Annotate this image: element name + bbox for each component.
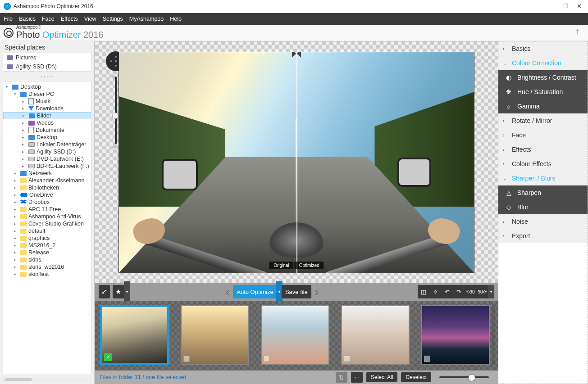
panel-subitem[interactable]: ☼Gamma (498, 99, 588, 113)
tree-item[interactable]: ▸Agility-SSD (D:) (3, 148, 91, 155)
tree-item[interactable]: ▸Cover Studio Grafiken (3, 220, 91, 227)
caret-icon[interactable]: ▸ (23, 113, 27, 118)
caret-icon[interactable]: ▸ (22, 149, 27, 154)
caret-icon[interactable]: ▸ (14, 193, 18, 197)
tree-item[interactable]: ▸Musik (3, 98, 91, 105)
tree-item[interactable]: ▸Alexander Kisselmann (3, 177, 91, 184)
compare-handle-icon[interactable] (292, 52, 301, 58)
panel-subitem[interactable]: △Sharpen (498, 185, 588, 200)
checkbox-icon[interactable] (183, 356, 190, 362)
tree-item[interactable]: ▸Netzwerk (3, 170, 91, 177)
photo-preview[interactable]: Original Optimized (119, 52, 474, 273)
menu-myashampoo[interactable]: MyAshampoo (129, 16, 164, 22)
tree-item[interactable]: ▸graphics (3, 235, 91, 242)
horizontal-scrollbar[interactable] (3, 377, 91, 382)
panel-section[interactable]: ›Basics (498, 41, 588, 56)
close-button[interactable]: ✕ (577, 3, 582, 10)
quick-tools-dropdown-icon[interactable]: ▾ (488, 285, 494, 298)
filmstrip-scrollbar[interactable] (492, 306, 495, 365)
panel-section[interactable]: ›Effects (498, 142, 588, 157)
undo-icon[interactable]: ↶ (441, 289, 453, 295)
sort-asc-button[interactable]: ⇅ (336, 372, 347, 383)
caret-icon[interactable]: ▸ (22, 128, 27, 132)
deselect-button[interactable]: Deselect (401, 372, 431, 382)
checkbox-icon[interactable] (264, 356, 270, 362)
panel-section[interactable]: ›Export (498, 229, 588, 243)
zoom-slider-thumb[interactable] (112, 113, 119, 119)
tree-item[interactable]: ▸Videos (3, 119, 91, 126)
caret-icon[interactable]: ▾ (14, 92, 18, 96)
fullscreen-button[interactable]: ⤢ (99, 285, 110, 298)
panel-section[interactable]: ⌄Colour Correction (498, 56, 588, 70)
menu-effects[interactable]: Effects (61, 16, 78, 22)
caret-icon[interactable]: ▸ (22, 106, 27, 111)
thumb-zoom-slider[interactable] (439, 376, 489, 378)
caret-icon[interactable]: ▸ (14, 221, 18, 226)
tree-item[interactable]: ▸Lokaler Datenträger (3, 141, 91, 148)
tree-item[interactable]: ▸Desktop (3, 134, 91, 141)
rotate-right-icon[interactable]: 90⟳ (476, 289, 488, 294)
caret-icon[interactable]: ▸ (14, 250, 18, 255)
thumbnail[interactable] (341, 305, 410, 365)
menu-file[interactable]: File (4, 16, 13, 22)
panel-section[interactable]: ›Rotate / Mirror (498, 113, 588, 128)
menu-view[interactable]: View (84, 16, 96, 22)
menu-help[interactable]: Help (170, 16, 182, 22)
tree-item[interactable]: ▸MS2016_2 (3, 242, 91, 249)
maximize-button[interactable]: ☐ (563, 3, 569, 10)
caret-icon[interactable]: ▸ (14, 171, 18, 176)
panel-section[interactable]: ›Noise (498, 214, 588, 229)
tree-item[interactable]: ▸BD-RE-Laufwerk (F:) (3, 163, 91, 170)
next-image-button[interactable]: › (314, 285, 320, 299)
select-all-button[interactable]: Select All (366, 372, 397, 382)
caret-icon[interactable]: ▸ (14, 200, 18, 204)
panel-section[interactable]: ›Colour Effects (498, 157, 588, 171)
zoom-slider-rail[interactable] (115, 77, 117, 144)
panel-subitem[interactable]: ◇Blur (498, 200, 588, 214)
tree-item[interactable]: ▸skins (3, 256, 91, 263)
caret-icon[interactable]: ▸ (14, 272, 18, 276)
caret-icon[interactable]: ▸ (22, 99, 27, 104)
zoom-out-icon[interactable]: – (113, 143, 117, 150)
checkbox-icon[interactable] (424, 356, 430, 362)
folder-tree[interactable]: ▾Desktop▾Dieser PC▸Musik▸Downloads▸Bilde… (3, 81, 91, 375)
place-item[interactable]: Agility-SSD (D:\) (3, 62, 91, 71)
caret-icon[interactable]: ▸ (14, 214, 18, 219)
tree-item[interactable]: ▾Desktop (3, 83, 91, 90)
caret-icon[interactable]: ▸ (22, 157, 27, 161)
tree-item[interactable]: ▸skinTest (3, 271, 91, 278)
place-item[interactable]: Pictures (3, 53, 91, 62)
share-icon[interactable]: ⤴ (575, 28, 579, 37)
tree-item[interactable]: ▸default (3, 227, 91, 235)
thumbnail[interactable] (261, 305, 329, 365)
crop-icon[interactable]: ◫ (418, 289, 429, 295)
menu-basics[interactable]: Basics (19, 16, 36, 22)
favorite-dropdown-icon[interactable]: ▾ (124, 281, 130, 302)
prev-image-button[interactable]: ‹ (225, 285, 231, 299)
checkbox-icon[interactable] (344, 356, 350, 362)
tree-item[interactable]: ▸Ashampoo Anti-Virus (3, 213, 91, 220)
wand-icon[interactable]: ✧ (429, 289, 441, 295)
tree-item[interactable]: ▸DVD-Laufwerk (E:) (3, 155, 91, 163)
caret-icon[interactable]: ▾ (6, 85, 10, 89)
tree-item[interactable]: ▸Dropbox (3, 199, 91, 206)
panel-section[interactable]: ⌄Sharpen / Blurs (498, 171, 588, 185)
caret-icon[interactable]: ▸ (22, 142, 27, 147)
save-file-button[interactable]: Save file (282, 285, 311, 298)
redo-icon[interactable]: ↷ (453, 289, 465, 295)
fit-width-button[interactable]: ↔ (351, 372, 363, 383)
panel-subitem[interactable]: ◐Brightness / Contrast (498, 70, 588, 85)
caret-icon[interactable]: ▸ (14, 185, 18, 190)
caret-icon[interactable]: ▸ (14, 243, 18, 248)
minimize-button[interactable]: ― (549, 3, 555, 10)
tree-item[interactable]: ▸OneDrive (3, 191, 91, 199)
caret-icon[interactable]: ▸ (22, 135, 27, 140)
compare-divider[interactable] (296, 52, 297, 273)
caret-icon[interactable]: ▸ (14, 229, 18, 233)
panel-subitem[interactable]: ❋Hue / Saturation (498, 85, 588, 99)
caret-icon[interactable]: ▸ (14, 207, 18, 212)
thumbnail[interactable] (421, 305, 490, 365)
auto-optimize-button[interactable]: Auto Optimize▾ (233, 285, 279, 298)
caret-icon[interactable]: ▸ (14, 258, 18, 262)
favorite-button[interactable]: ★▾ (113, 285, 127, 298)
